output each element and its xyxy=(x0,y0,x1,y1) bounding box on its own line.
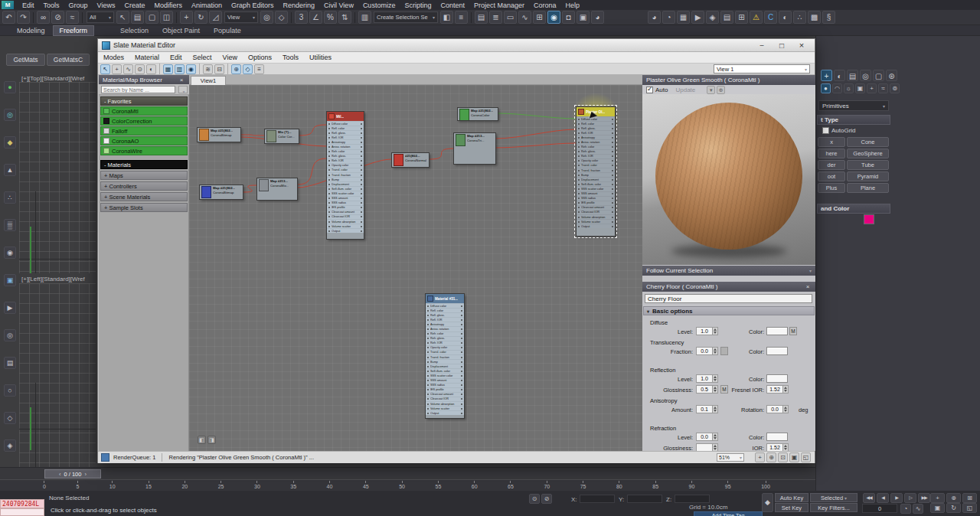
ribbon-tab-object-paint[interactable]: Object Paint xyxy=(156,26,206,35)
node-slot[interactable]: Clearcoat amount xyxy=(577,205,615,210)
minimize-button[interactable] xyxy=(753,41,770,51)
main-menu-animation[interactable]: Animation xyxy=(187,2,227,9)
ribbon-tab-selection[interactable]: Selection xyxy=(114,26,155,35)
bind-to-space-warp-icon[interactable]: ≈ xyxy=(66,11,79,24)
main-menu-corona[interactable]: Corona xyxy=(529,2,561,9)
corona-sky-icon[interactable]: ◎ xyxy=(4,109,16,121)
node-slot[interactable]: Opacity color xyxy=(577,158,615,163)
z-coordinate-field[interactable] xyxy=(675,495,710,503)
parameter-editor-header[interactable]: Cherry Floor ( CoronaMtl ) xyxy=(642,282,815,292)
move-children-icon[interactable]: + xyxy=(112,64,122,74)
browser-group-materials[interactable]: - Materials xyxy=(100,160,188,169)
browser-item-colorcorrection[interactable]: ColorCorrection xyxy=(100,116,188,126)
editor-menu-tools[interactable]: Tools xyxy=(277,54,304,61)
node-slot[interactable]: Refl. IOR xyxy=(327,135,364,139)
use-center-icon[interactable]: ◎ xyxy=(260,11,273,24)
node-slot[interactable]: SSS radius xyxy=(327,201,364,205)
spinner-arrows-icon[interactable] xyxy=(782,386,788,393)
preview-settings-icon[interactable]: ▾ xyxy=(707,86,715,94)
node-slot[interactable]: Refr. color xyxy=(426,331,464,336)
spinner-arrows-icon[interactable] xyxy=(712,386,717,393)
name-and-color-rollout[interactable]: and Color xyxy=(817,204,890,214)
node-slot[interactable]: SSS scatter color xyxy=(426,373,464,377)
utilities-tab-icon[interactable]: ⊛ xyxy=(886,70,897,81)
spinner-arrows-icon[interactable] xyxy=(712,375,717,382)
editor-menu-material[interactable]: Material xyxy=(129,54,165,61)
autogrid-checkbox[interactable] xyxy=(822,127,829,134)
node-slot[interactable]: Aniso. rotation xyxy=(577,139,615,144)
go-to-end-button[interactable]: ▶▶ xyxy=(918,493,930,503)
ribbon-tab-populate[interactable]: Populate xyxy=(207,26,247,35)
grid-generator-icon[interactable]: ⊞ xyxy=(735,11,748,24)
node-slot[interactable]: Anisotropy xyxy=(426,322,464,326)
editor-menu-select[interactable]: Select xyxy=(188,54,217,61)
node-slot[interactable]: Opacity color xyxy=(327,163,364,168)
select-tool-icon[interactable]: ↖ xyxy=(100,64,110,74)
node-titlebar[interactable]: Map #21(802...CoronaBitmap xyxy=(200,185,243,199)
node-slot[interactable]: Diffuse color xyxy=(327,121,364,126)
spinner-field[interactable]: 1.0 xyxy=(696,374,718,383)
previous-frame-button[interactable]: ◀ xyxy=(877,493,889,503)
main-menu-create[interactable]: Create xyxy=(119,2,149,9)
node-graph-canvas[interactable]: ◧◨ Map #21(802...CoronaBitmapMix (?)...C… xyxy=(189,85,642,451)
object-type-button-oot[interactable]: oot xyxy=(818,171,845,181)
unlink-selection-icon[interactable]: ⊘ xyxy=(51,11,64,24)
object-color-swatch[interactable] xyxy=(864,214,874,224)
spinner-field[interactable]: 1.0 xyxy=(696,327,718,335)
image-editor-icon[interactable]: ▩ xyxy=(808,11,821,24)
node-slot[interactable]: Output xyxy=(327,228,364,233)
select-and-manipulate-icon[interactable]: ◇ xyxy=(275,11,288,24)
sphere-primitive-icon[interactable]: ○ xyxy=(4,384,16,397)
track-bar[interactable]: 0 / 100 xyxy=(0,467,815,479)
preview-enlarge-icon[interactable]: ⊕ xyxy=(717,86,725,94)
node-slot[interactable]: Refl. color xyxy=(327,126,364,130)
node-slot[interactable]: Refl. IOR xyxy=(426,317,464,322)
node-slot[interactable]: Clearcoat IOR xyxy=(426,397,464,401)
node-slot[interactable]: Clearcoat amount xyxy=(327,210,364,214)
node-mix[interactable]: Mix (?)...Color Cor... xyxy=(264,129,299,144)
selection-lock-icon[interactable]: ⊘ xyxy=(541,494,552,504)
object-type-button-tube[interactable]: Tube xyxy=(847,160,889,170)
render-iterative-icon[interactable]: ◔ xyxy=(662,11,675,24)
selection-set-dropdown[interactable]: Selected xyxy=(810,493,858,502)
mirror-icon[interactable]: ◧ xyxy=(440,11,453,24)
node-slot[interactable]: Refl. color xyxy=(577,121,615,126)
node-slot[interactable]: Volume absorption xyxy=(426,401,464,406)
maximize-button[interactable] xyxy=(773,41,790,51)
show-background-icon[interactable]: ▥ xyxy=(175,64,185,74)
node-map-21-802[interactable]: Map #21(802...CoronaColor xyxy=(457,107,498,121)
y-coordinate-field[interactable] xyxy=(627,495,662,503)
spinner-field[interactable]: 0.0 xyxy=(696,433,718,441)
view-selector-dropdown[interactable]: View 1 xyxy=(714,64,810,73)
window-crossing-icon[interactable]: ◫ xyxy=(160,11,173,24)
show-shaded-material-icon[interactable]: ▦ xyxy=(163,64,173,74)
object-type-button-plane[interactable]: Plane xyxy=(847,183,889,193)
show-end-result-icon[interactable]: ◉ xyxy=(186,64,196,74)
corona-volume-icon[interactable]: ▒ xyxy=(4,219,16,231)
node-plaster-ol[interactable]: Plaster Ol...Diffuse colorRefl. colorRef… xyxy=(576,106,616,237)
map-button[interactable]: M xyxy=(789,327,797,335)
select-and-link-icon[interactable]: ∞ xyxy=(37,11,50,24)
editor-zoom-extents-icon[interactable]: ▣ xyxy=(789,452,799,462)
node-slot[interactable]: Refr. IOR xyxy=(577,154,615,158)
node-slot[interactable]: Refl. gloss. xyxy=(577,126,615,130)
curve-editor-icon[interactable]: ∿ xyxy=(518,11,531,24)
view1-tab[interactable]: View1 xyxy=(191,76,226,85)
editor-menu-modes[interactable]: Modes xyxy=(98,54,129,61)
ribbon-tab-freeform[interactable]: Freeform xyxy=(53,25,95,36)
browser-item-coronaao[interactable]: CoronaAO xyxy=(100,136,188,145)
set-key-mode-button[interactable]: ◆ xyxy=(762,493,773,512)
node-slot[interactable]: Bump xyxy=(327,177,364,181)
spinner-arrows-icon[interactable] xyxy=(712,406,717,413)
node-slot[interactable]: SSS amount xyxy=(577,191,615,196)
options-icon[interactable]: ≡ xyxy=(254,64,264,74)
node-titlebar[interactable]: Map #21(802...CoronaBitmap xyxy=(198,128,240,142)
state-sets-icon[interactable]: ▦ xyxy=(677,11,690,24)
maxscript-listener-row[interactable] xyxy=(0,508,44,516)
node-slot[interactable]: SSS scatter color xyxy=(327,191,364,195)
object-type-button-x[interactable]: x xyxy=(818,137,845,147)
node-slot[interactable]: Opacity color xyxy=(426,345,464,350)
primitives-dropdown[interactable]: Primitives xyxy=(818,100,889,111)
snaps-toggle-icon[interactable]: 3 xyxy=(295,11,308,24)
editor-titlebar[interactable]: Slate Material Editor xyxy=(98,39,815,52)
